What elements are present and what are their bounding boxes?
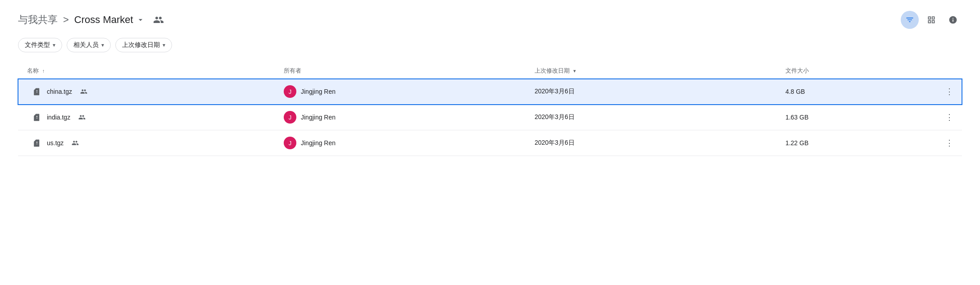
file-tgz-icon <box>32 138 41 147</box>
actions-cell: ⋮ <box>937 130 962 156</box>
file-type-label: 文件类型 <box>25 41 50 49</box>
more-options-button[interactable]: ⋮ <box>942 84 957 99</box>
page-header: 与我共享 > Cross Market <box>18 11 962 29</box>
shared-users-icon <box>72 139 79 147</box>
col-header-actions <box>937 63 962 79</box>
owner-name: Jingjing Ren <box>301 114 336 121</box>
sort-desc-icon: ▾ <box>573 68 576 74</box>
table-row[interactable]: china.tgz J Jingjing Ren 2020年3月6日4.8 GB… <box>18 79 962 105</box>
name-cell: us.tgz <box>18 130 278 156</box>
size-cell: 4.8 GB <box>780 79 937 105</box>
owner-cell: J Jingjing Ren <box>278 79 529 105</box>
filter-list-button[interactable] <box>901 11 919 29</box>
owner-name: Jingjing Ren <box>301 88 336 95</box>
people-label: 相关人员 <box>73 41 99 49</box>
file-name-label: china.tgz <box>47 88 72 95</box>
sort-asc-icon: ↑ <box>42 68 45 74</box>
more-options-button[interactable]: ⋮ <box>942 136 957 150</box>
col-modified-label: 上次修改日期 <box>535 67 570 74</box>
toolbar <box>901 11 962 29</box>
size-cell: 1.22 GB <box>780 130 937 156</box>
file-table: 名称 ↑ 所有者 上次修改日期 ▾ 文件大小 <box>18 63 962 156</box>
breadcrumb-current[interactable]: Cross Market <box>74 14 145 26</box>
grid-view-button[interactable] <box>922 11 940 29</box>
shared-users-icon <box>80 88 87 95</box>
file-name-label: us.tgz <box>47 139 64 147</box>
actions-cell: ⋮ <box>937 105 962 130</box>
col-header-owner[interactable]: 所有者 <box>278 63 529 79</box>
col-owner-label: 所有者 <box>284 67 301 74</box>
name-cell: india.tgz <box>18 105 278 130</box>
name-cell: china.tgz <box>18 79 278 105</box>
date-label: 上次修改日期 <box>122 41 160 49</box>
actions-cell: ⋮ <box>937 79 962 105</box>
col-size-label: 文件大小 <box>785 67 809 74</box>
shared-people-icon[interactable] <box>152 14 165 26</box>
more-options-button[interactable]: ⋮ <box>942 110 957 124</box>
col-header-name[interactable]: 名称 ↑ <box>18 63 278 79</box>
col-header-modified[interactable]: 上次修改日期 ▾ <box>529 63 780 79</box>
table-row[interactable]: us.tgz J Jingjing Ren 2020年3月6日1.22 GB ⋮ <box>18 130 962 156</box>
avatar: J <box>284 85 296 98</box>
owner-name: Jingjing Ren <box>301 139 336 147</box>
breadcrumb-current-label: Cross Market <box>74 14 133 26</box>
breadcrumb-separator: > <box>63 14 69 26</box>
col-name-label: 名称 <box>27 67 39 74</box>
modified-cell: 2020年3月6日 <box>529 105 780 130</box>
info-button[interactable] <box>944 11 962 29</box>
chevron-down-icon: ▾ <box>53 42 55 48</box>
avatar: J <box>284 111 296 124</box>
file-name-label: india.tgz <box>47 114 70 121</box>
chevron-down-icon[interactable] <box>136 15 145 24</box>
owner-cell: J Jingjing Ren <box>278 105 529 130</box>
size-cell: 1.63 GB <box>780 105 937 130</box>
table-row[interactable]: india.tgz J Jingjing Ren 2020年3月6日1.63 G… <box>18 105 962 130</box>
date-filter[interactable]: 上次修改日期 ▾ <box>115 38 172 52</box>
file-tgz-icon <box>32 87 41 96</box>
modified-cell: 2020年3月6日 <box>529 130 780 156</box>
shared-users-icon <box>78 114 86 121</box>
file-type-filter[interactable]: 文件类型 ▾ <box>18 38 62 52</box>
filter-bar: 文件类型 ▾ 相关人员 ▾ 上次修改日期 ▾ <box>18 38 962 52</box>
breadcrumb: 与我共享 > Cross Market <box>18 13 165 27</box>
col-header-size[interactable]: 文件大小 <box>780 63 937 79</box>
owner-cell: J Jingjing Ren <box>278 130 529 156</box>
table-header-row: 名称 ↑ 所有者 上次修改日期 ▾ 文件大小 <box>18 63 962 79</box>
chevron-down-icon: ▾ <box>101 42 104 48</box>
modified-cell: 2020年3月6日 <box>529 79 780 105</box>
avatar: J <box>284 137 296 149</box>
breadcrumb-parent: 与我共享 <box>18 13 58 27</box>
file-tgz-icon <box>32 113 41 122</box>
chevron-down-icon: ▾ <box>163 42 165 48</box>
people-filter[interactable]: 相关人员 ▾ <box>67 38 111 52</box>
